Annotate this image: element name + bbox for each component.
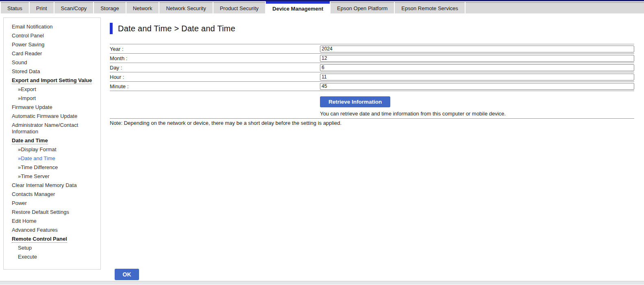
sidebar-item-export-and-import-setting-value[interactable]: Export and Import Setting Value xyxy=(12,77,96,84)
tab-bar: Status Print Scan/Copy Storage Network N… xyxy=(0,1,644,13)
tab-network-security[interactable]: Network Security xyxy=(159,2,212,13)
month-input[interactable] xyxy=(320,55,634,62)
sidebar-item-power[interactable]: Power xyxy=(12,200,96,207)
year-input[interactable] xyxy=(320,46,634,52)
field-label-day: Day : xyxy=(110,65,320,71)
sidebar-item-label: Execute xyxy=(18,254,37,260)
form-row-month: Month : xyxy=(110,53,634,63)
sidebar-item-label: Export xyxy=(21,86,36,92)
tab-device-management[interactable]: Device Management xyxy=(266,1,330,13)
form-row-minute: Minute : xyxy=(110,81,634,91)
sidebar-item-date-and-time-sub[interactable]: »Date and Time xyxy=(12,155,96,162)
page-title: Date and Time > Date and Time xyxy=(118,24,235,33)
sidebar-item-time-server[interactable]: »Time Server xyxy=(12,173,96,180)
sidebar-item-label: Date and Time xyxy=(21,155,55,161)
ok-button[interactable]: OK xyxy=(115,269,139,280)
sidebar-item-power-saving[interactable]: Power Saving xyxy=(12,41,96,48)
sidebar-item-label: Setup xyxy=(18,245,32,251)
sidebar-section-label: Remote Control Panel xyxy=(12,236,67,243)
sidebar-item-email-notification[interactable]: Email Notification xyxy=(12,24,96,30)
sidebar-item-execute[interactable]: Execute xyxy=(12,254,96,260)
hour-input[interactable] xyxy=(320,74,634,80)
retrieve-information-button[interactable]: Retrieve Information xyxy=(320,96,390,107)
sidebar-item-stored-data[interactable]: Stored Data xyxy=(12,68,96,75)
title-row: Date and Time > Date and Time xyxy=(110,22,634,35)
field-label-month: Month : xyxy=(110,55,320,61)
sidebar-item-edit-home[interactable]: Edit Home xyxy=(12,218,96,224)
sidebar-item-label: Import xyxy=(21,95,36,101)
title-accent-bar xyxy=(110,23,113,34)
sidebar-item-setup[interactable]: Setup xyxy=(12,245,96,251)
sidebar-section-label: Export and Import Setting Value xyxy=(12,77,92,84)
sidebar-item-automatic-firmware-update[interactable]: Automatic Firmware Update xyxy=(12,113,96,120)
tab-status[interactable]: Status xyxy=(1,2,29,13)
sidebar-item-clear-internal-memory-data[interactable]: Clear Internal Memory Data xyxy=(12,182,96,189)
sidebar-item-time-difference[interactable]: »Time Difference xyxy=(12,164,96,171)
sidebar-item-restore-default-settings[interactable]: Restore Default Settings xyxy=(12,209,96,215)
form-row-year: Year : xyxy=(110,44,634,53)
sidebar-item-export[interactable]: »Export xyxy=(12,86,96,93)
tab-bar-filler xyxy=(466,2,644,13)
sidebar-item-firmware-update[interactable]: Firmware Update xyxy=(12,104,96,111)
field-label-hour: Hour : xyxy=(110,74,320,80)
footer-strip xyxy=(0,281,644,285)
sidebar-item-label: Time Difference xyxy=(21,164,58,170)
sidebar-item-remote-control-panel[interactable]: Remote Control Panel xyxy=(12,236,96,242)
field-label-year: Year : xyxy=(110,46,320,52)
main-content: Date and Time > Date and Time Year : Mon… xyxy=(110,22,634,126)
tab-network[interactable]: Network xyxy=(126,2,159,13)
tab-product-security[interactable]: Product Security xyxy=(213,2,265,13)
sidebar: Email Notification Control Panel Power S… xyxy=(3,17,101,270)
sidebar-item-administrator-name-contact-information[interactable]: Administrator Name/Contact Information xyxy=(12,122,96,135)
sidebar-item-sound[interactable]: Sound xyxy=(12,59,96,66)
tab-epson-remote-services[interactable]: Epson Remote Services xyxy=(395,2,464,13)
sidebar-item-label: Display Format xyxy=(21,146,56,152)
sidebar-section-label: Date and Time xyxy=(12,137,48,144)
day-input[interactable] xyxy=(320,64,634,71)
tab-storage[interactable]: Storage xyxy=(94,2,126,13)
sidebar-item-contacts-manager[interactable]: Contacts Manager xyxy=(12,191,96,198)
sidebar-item-import[interactable]: »Import xyxy=(12,95,96,102)
form-row-day: Day : xyxy=(110,63,634,72)
note-text: Note: Depending on the network or device… xyxy=(110,119,634,126)
sidebar-item-card-reader[interactable]: Card Reader xyxy=(12,50,96,57)
tab-epson-open-platform[interactable]: Epson Open Platform xyxy=(331,2,394,13)
sidebar-item-advanced-features[interactable]: Advanced Features xyxy=(12,227,96,233)
field-label-minute: Minute : xyxy=(110,83,320,89)
minute-input[interactable] xyxy=(320,83,634,90)
retrieve-hint-text: You can retrieve date and time informati… xyxy=(320,111,634,117)
tab-scan-copy[interactable]: Scan/Copy xyxy=(54,2,94,13)
sidebar-item-date-and-time[interactable]: Date and Time xyxy=(12,137,96,144)
date-time-form: Year : Month : Day : Hour : Minute : xyxy=(110,44,634,91)
form-row-hour: Hour : xyxy=(110,72,634,81)
tab-print[interactable]: Print xyxy=(30,2,54,13)
sidebar-item-label: Time Server xyxy=(21,173,49,179)
sidebar-item-control-panel[interactable]: Control Panel xyxy=(12,33,96,39)
retrieve-area: Retrieve Information You can retrieve da… xyxy=(320,91,634,117)
sidebar-item-display-format[interactable]: »Display Format xyxy=(12,146,96,153)
